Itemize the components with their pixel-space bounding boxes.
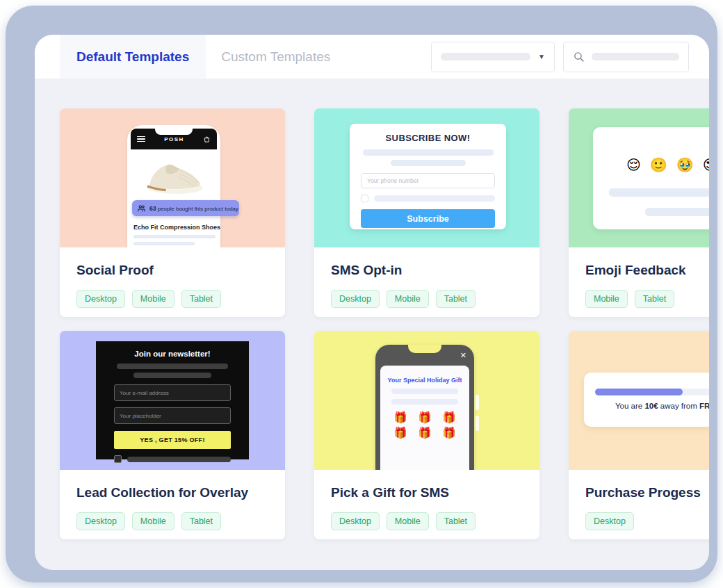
phone-navbar: POSH <box>131 129 217 149</box>
template-card-pick-a-gift[interactable]: ✕ Your Special Holiday Gift 🎁 🎁 <box>314 331 539 539</box>
progress-text: You are 10€ away from FREE <box>615 402 709 410</box>
feedback-modal: 😌 🙂 🥹 😍 <box>593 127 709 229</box>
header-controls: ▼ <box>431 35 689 79</box>
filter-dropdown[interactable]: ▼ <box>431 42 555 72</box>
tag-mobile: Mobile <box>387 512 429 530</box>
discount-button: YES , GET 15% OFF! <box>114 431 231 449</box>
search-box[interactable] <box>563 42 689 72</box>
placeholder-bar <box>127 457 231 462</box>
device-tags: Desktop <box>585 512 709 530</box>
modal-heading: Join our newsletter! <box>114 350 231 358</box>
checkbox <box>114 455 122 463</box>
device-tags: Desktop Mobile Tablet <box>76 290 268 308</box>
placeholder-bar <box>117 364 228 369</box>
card-title: Lead Collection for Overlay <box>76 485 268 500</box>
template-card-purchase-progress[interactable]: You are 10€ away from FREE Purchase Prog… <box>569 331 709 539</box>
tag-desktop: Desktop <box>331 290 380 308</box>
field-placeholder: Your phone number <box>367 177 419 184</box>
placeholder-bar <box>374 195 495 202</box>
phone-screen: Your Special Holiday Gift 🎁 🎁 🎁 🎁 🎁 <box>380 366 469 470</box>
preview-purchase-progress[interactable]: You are 10€ away from FREE <box>569 331 709 470</box>
gift-emoji: 🎁 <box>390 426 411 439</box>
tag-tablet: Tablet <box>436 290 476 308</box>
shopping-bag-icon <box>203 136 211 143</box>
dropdown-placeholder-bar <box>441 53 530 60</box>
preview-social-proof[interactable]: POSH <box>60 108 285 247</box>
card-title: SMS Opt-in <box>331 263 523 278</box>
gift-emoji: 🎁 <box>414 426 435 439</box>
card-info: Purchase Progess Desktop <box>569 470 709 530</box>
preview-emoji-feedback[interactable]: 😌 🙂 🥹 😍 <box>569 108 709 247</box>
brand-logo: POSH <box>145 136 203 142</box>
templates-content: POSH <box>35 79 709 539</box>
placeholder-bar <box>133 242 195 245</box>
tag-tablet: Tablet <box>181 290 221 308</box>
card-info: SMS Opt-in Desktop Mobile Tablet <box>314 247 539 308</box>
gift-emoji: 🎁 <box>390 411 411 424</box>
template-card-emoji-feedback[interactable]: 😌 🙂 🥹 😍 Emoji Feedback Mobile <box>569 108 709 317</box>
placeholder-bar <box>645 208 709 216</box>
secondary-field: Your placeholder <box>114 407 231 424</box>
subscribe-button: Subscribe <box>361 209 495 228</box>
social-proof-badge: 63 people bought this product today <box>132 200 239 216</box>
consent-row <box>361 195 495 202</box>
card-info: Social Proof Desktop Mobile Tablet <box>60 247 285 308</box>
badge-text: 63 people bought this product today <box>149 205 238 212</box>
progress-fill <box>595 389 683 395</box>
tag-tablet: Tablet <box>181 512 221 530</box>
emoji-row: 😌 🙂 🥹 😍 <box>626 156 709 173</box>
product-image <box>131 158 217 199</box>
tab-label: Custom Templates <box>221 49 330 65</box>
templates-grid: POSH <box>60 108 709 539</box>
template-card-lead-collection[interactable]: Join our newsletter! Your e-mail address… <box>60 331 285 539</box>
sneaker-illustration <box>140 158 208 199</box>
device-tags: Mobile Tablet <box>585 290 709 308</box>
tag-mobile: Mobile <box>132 290 174 308</box>
app-frame: Default Templates Custom Templates ▼ <box>6 6 717 582</box>
modal-heading: SUBSCRIBE NOW! <box>361 133 495 143</box>
tab-label: Default Templates <box>76 49 189 65</box>
phone-side-button <box>476 416 479 431</box>
progress-banner: You are 10€ away from FREE <box>584 373 709 427</box>
subscribe-modal: SUBSCRIBE NOW! Your phone number Subscri… <box>350 124 506 229</box>
card-info: Emoji Feedback Mobile Tablet <box>569 247 709 308</box>
progress-track <box>595 389 709 395</box>
gift-heading: Your Special Holiday Gift <box>380 377 469 384</box>
placeholder-bar <box>391 160 466 166</box>
template-card-sms-opt-in[interactable]: SUBSCRIBE NOW! Your phone number Subscri… <box>314 108 539 317</box>
email-field: Your e-mail address <box>114 384 231 401</box>
tag-mobile: Mobile <box>387 290 429 308</box>
gift-emoji: 🎁 <box>414 411 435 424</box>
card-info: Pick a Gift for SMS Desktop Mobile Table… <box>314 470 539 530</box>
users-icon <box>137 204 146 213</box>
consent-row <box>114 455 231 463</box>
device-tags: Desktop Mobile Tablet <box>331 290 523 308</box>
card-info: Lead Collection for Overlay Desktop Mobi… <box>60 470 285 530</box>
heart-eyes-emoji: 😍 <box>703 156 709 173</box>
tag-tablet: Tablet <box>635 290 674 308</box>
tag-mobile: Mobile <box>132 512 174 530</box>
preview-pick-a-gift[interactable]: ✕ Your Special Holiday Gift 🎁 🎁 <box>314 331 539 470</box>
app-window: Default Templates Custom Templates ▼ <box>35 35 709 570</box>
caret-down-icon: ▼ <box>538 53 545 60</box>
gift-emoji: 🎁 <box>439 411 460 424</box>
gift-emoji: 🎁 <box>439 426 460 439</box>
checkbox <box>361 195 368 202</box>
newsletter-modal: Join our newsletter! Your e-mail address… <box>96 341 249 459</box>
card-title: Pick a Gift for SMS <box>331 485 523 500</box>
tag-mobile: Mobile <box>585 290 628 308</box>
preview-sms-opt-in[interactable]: SUBSCRIBE NOW! Your phone number Subscri… <box>314 108 539 247</box>
tab-default-templates[interactable]: Default Templates <box>60 35 206 79</box>
search-icon <box>573 51 585 63</box>
phone-number-field: Your phone number <box>361 173 495 188</box>
tag-tablet: Tablet <box>436 512 476 530</box>
close-icon: ✕ <box>460 352 466 359</box>
tag-desktop: Desktop <box>585 512 634 530</box>
tag-desktop: Desktop <box>76 290 125 308</box>
template-card-social-proof[interactable]: POSH <box>60 108 285 317</box>
card-title: Social Proof <box>76 263 268 278</box>
card-title: Purchase Progess <box>585 485 709 500</box>
tab-custom-templates[interactable]: Custom Templates <box>206 35 346 79</box>
preview-lead-collection[interactable]: Join our newsletter! Your e-mail address… <box>60 331 285 470</box>
phone-side-button <box>476 395 479 410</box>
